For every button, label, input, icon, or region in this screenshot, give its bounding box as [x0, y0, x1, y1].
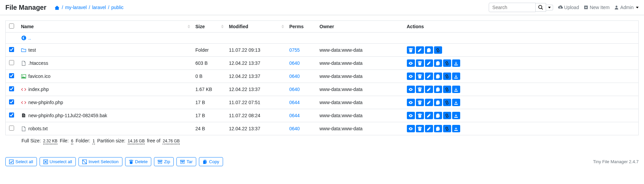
row-checkbox[interactable] — [9, 73, 14, 78]
search-dropdown-toggle[interactable] — [546, 5, 553, 10]
rename-action[interactable] — [425, 99, 433, 106]
select-all-checkbox[interactable] — [9, 24, 14, 29]
file-link[interactable]: index.php — [21, 87, 189, 92]
perms-link[interactable]: 0640 — [289, 74, 300, 79]
link-action[interactable] — [434, 46, 442, 54]
search-button[interactable] — [536, 3, 546, 12]
col-name[interactable]: Name — [18, 21, 192, 33]
row-checkbox[interactable] — [9, 47, 14, 52]
size-cell: 17 B — [192, 96, 226, 109]
download-action[interactable] — [452, 73, 460, 80]
actions-cell — [407, 125, 635, 132]
modified-cell: 11.07.22 08:24 — [226, 109, 286, 122]
rename-action[interactable] — [425, 73, 433, 80]
perms-link[interactable]: 0644 — [289, 113, 300, 118]
copy-action[interactable] — [434, 59, 442, 67]
delete-action[interactable] — [416, 59, 424, 67]
file-link[interactable]: new-phpinfo.php — [21, 100, 189, 105]
code-icon — [21, 100, 26, 105]
copy-action[interactable] — [434, 112, 442, 119]
tar-button[interactable]: Tar — [176, 157, 196, 166]
row-checkbox[interactable] — [9, 126, 14, 131]
copy-action[interactable] — [434, 125, 442, 132]
image-icon — [21, 74, 26, 79]
breadcrumb-link[interactable]: my-laravel — [65, 5, 87, 10]
row-checkbox[interactable] — [9, 86, 14, 91]
delete-action[interactable] — [416, 99, 424, 106]
file-link[interactable]: test — [21, 47, 189, 53]
perms-link[interactable]: 0640 — [289, 126, 300, 131]
rename-action[interactable] — [425, 112, 433, 119]
rename-action[interactable] — [425, 86, 433, 93]
copy-action[interactable] — [434, 99, 442, 106]
parent-dir-link[interactable]: .. — [21, 35, 635, 41]
download-action[interactable] — [452, 59, 460, 67]
bulk-action-bar: Select all Unselect all Invert Selection… — [0, 153, 644, 170]
admin-menu[interactable]: Admin — [614, 5, 639, 10]
search-input[interactable] — [489, 3, 536, 12]
view-action[interactable] — [407, 99, 415, 106]
perms-link[interactable]: 0640 — [289, 87, 300, 92]
perms-link[interactable]: 0755 — [289, 47, 300, 53]
view-action[interactable] — [407, 86, 415, 93]
size-cell: 1.67 KB — [192, 83, 226, 96]
view-action[interactable] — [407, 73, 415, 80]
breadcrumb-link[interactable]: public — [111, 5, 124, 10]
admin-label: Admin — [620, 5, 634, 10]
download-action[interactable] — [452, 125, 460, 132]
rename-action[interactable] — [425, 125, 433, 132]
breadcrumb-link[interactable]: laravel — [92, 5, 106, 10]
row-checkbox[interactable] — [9, 112, 14, 118]
select-all-button[interactable]: Select all — [5, 157, 37, 166]
link-action[interactable] — [443, 112, 451, 119]
file-link[interactable]: favicon.ico — [21, 74, 189, 79]
new-item-link[interactable]: New Item — [584, 5, 609, 10]
download-action[interactable] — [452, 112, 460, 119]
file-icon — [21, 61, 26, 66]
row-checkbox[interactable] — [9, 99, 14, 104]
copy-action[interactable] — [434, 86, 442, 93]
link-action[interactable] — [443, 86, 451, 93]
copy-action[interactable] — [434, 73, 442, 80]
perms-link[interactable]: 0644 — [289, 100, 300, 105]
download-action[interactable] — [452, 86, 460, 93]
app-title: File Manager — [5, 4, 46, 11]
size-cell: Folder — [192, 44, 226, 57]
delete-button[interactable]: Delete — [125, 157, 152, 166]
perms-link[interactable]: 0640 — [289, 60, 300, 66]
link-action[interactable] — [443, 125, 451, 132]
home-icon[interactable] — [54, 5, 60, 10]
file-link[interactable]: .htaccess — [21, 60, 189, 66]
invert-selection-button[interactable]: Invert Selection — [78, 157, 122, 166]
col-size[interactable]: Size — [192, 21, 226, 33]
delete-action[interactable] — [407, 46, 415, 54]
copy-button[interactable]: Copy — [199, 157, 223, 166]
row-checkbox[interactable] — [9, 60, 14, 65]
view-action[interactable] — [407, 112, 415, 119]
file-name: test — [29, 47, 36, 53]
link-action[interactable] — [443, 73, 451, 80]
file-name: robots.txt — [29, 126, 48, 131]
delete-action[interactable] — [416, 125, 424, 132]
app-footer: Tiny File Manager 2.4.7 — [593, 159, 639, 164]
link-action[interactable] — [443, 59, 451, 67]
file-link[interactable]: new-phpinfo.php-11Jul22-082459.bak — [21, 113, 189, 118]
delete-action[interactable] — [416, 112, 424, 119]
unselect-all-button[interactable]: Unselect all — [40, 157, 76, 166]
zip-button[interactable]: Zip — [154, 157, 174, 166]
download-action[interactable] — [452, 99, 460, 106]
view-action[interactable] — [407, 59, 415, 67]
copy-action[interactable] — [425, 46, 433, 54]
col-modified[interactable]: Modified — [226, 21, 286, 33]
link-action[interactable] — [443, 99, 451, 106]
view-action[interactable] — [407, 125, 415, 132]
delete-action[interactable] — [416, 86, 424, 93]
rename-action[interactable] — [425, 59, 433, 67]
folder-count-value: 1 — [93, 139, 95, 144]
delete-action[interactable] — [416, 73, 424, 80]
rename-action[interactable] — [416, 46, 424, 54]
file-link[interactable]: robots.txt — [21, 126, 189, 131]
upload-link[interactable]: Upload — [558, 5, 579, 10]
table-row: new-phpinfo.php-11Jul22-082459.bak 17 B … — [6, 109, 639, 122]
size-cell: 24 B — [192, 122, 226, 135]
